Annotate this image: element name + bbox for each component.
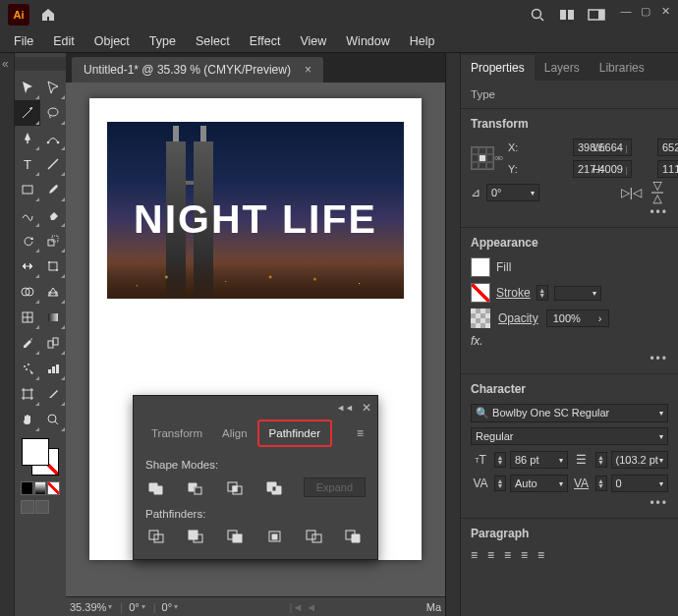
workspace-icon[interactable]	[584, 2, 609, 28]
divide-button[interactable]	[145, 526, 169, 547]
eraser-tool[interactable]	[40, 202, 66, 228]
merge-button[interactable]	[224, 526, 248, 547]
placed-image[interactable]: NIGHT LIFE	[107, 122, 404, 299]
intersect-button[interactable]	[224, 476, 248, 498]
color-mode-icon[interactable]	[21, 481, 33, 495]
opacity-input[interactable]: 100%›	[546, 309, 609, 327]
column-graph-tool[interactable]	[40, 356, 66, 381]
trim-button[interactable]	[185, 526, 208, 547]
tab-layers[interactable]: Layers	[535, 55, 590, 81]
flip-vertical-icon[interactable]: ▷|◁	[650, 182, 664, 202]
pen-tool[interactable]	[15, 126, 40, 151]
magic-wand-tool[interactable]	[15, 100, 40, 126]
expand-button[interactable]: Expand	[304, 477, 366, 497]
close-window-button[interactable]: ✕	[656, 4, 674, 18]
shaper-tool[interactable]	[15, 202, 40, 228]
tracking-spinner[interactable]: ▲▼	[595, 476, 607, 491]
direct-selection-tool[interactable]	[40, 75, 66, 100]
menu-file[interactable]: File	[4, 32, 43, 50]
menu-help[interactable]: Help	[400, 32, 445, 50]
justify-left-icon[interactable]: ≡	[521, 548, 528, 562]
link-wh-icon[interactable]: ⚮	[494, 152, 504, 165]
hand-tool[interactable]	[15, 407, 40, 432]
font-size-input[interactable]: 86 pt▾	[510, 451, 568, 469]
tab-transform[interactable]: Transform	[141, 421, 212, 445]
outline-button[interactable]	[303, 526, 326, 547]
panel-collapse-strip[interactable]	[446, 53, 461, 616]
panel-menu-icon[interactable]: ≡	[351, 422, 369, 444]
menu-window[interactable]: Window	[336, 32, 399, 50]
mesh-tool[interactable]	[15, 305, 40, 330]
font-family-input[interactable]: 🔍 Bowlby One SC Regular▾	[471, 404, 668, 422]
exclude-button[interactable]	[263, 476, 287, 498]
menu-select[interactable]: Select	[186, 32, 240, 50]
close-tab-button[interactable]: ×	[305, 63, 311, 77]
symbol-sprayer-tool[interactable]	[15, 356, 40, 381]
artboard-nav[interactable]: |◄ ◄	[290, 601, 317, 613]
canvas[interactable]: NIGHT LIFE ◄◄ ✕ Transform Align Pathfind…	[66, 83, 445, 596]
maximize-button[interactable]: ▢	[637, 4, 654, 18]
scale-tool[interactable]	[40, 228, 66, 253]
font-style-input[interactable]: Regular▾	[471, 427, 668, 445]
menu-edit[interactable]: Edit	[43, 32, 85, 50]
zoom-tool[interactable]	[40, 407, 66, 432]
crop-button[interactable]	[263, 526, 287, 547]
fx-label[interactable]: fx.	[471, 334, 483, 348]
minimize-button[interactable]: —	[617, 4, 635, 18]
kerning-input[interactable]: Auto▾	[510, 475, 568, 492]
gradient-tool[interactable]	[40, 305, 66, 330]
zoom-field[interactable]: 35.39%▾	[70, 601, 114, 613]
selection-tool[interactable]	[15, 75, 40, 100]
stroke-weight-input[interactable]: ▾	[554, 286, 601, 301]
fill-swatch[interactable]	[471, 257, 490, 277]
paintbrush-tool[interactable]	[40, 177, 66, 202]
align-left-icon[interactable]: ≡	[471, 548, 478, 562]
transform-more-icon[interactable]: •••	[471, 201, 668, 219]
rotate-field[interactable]: 0°▾	[129, 601, 147, 613]
free-transform-tool[interactable]	[40, 253, 66, 279]
leading-input[interactable]: (103.2 pt▾	[611, 451, 669, 469]
tracking-input[interactable]: 0▾	[611, 475, 669, 492]
none-mode-icon[interactable]	[47, 481, 60, 495]
line-tool[interactable]	[40, 151, 66, 177]
width-tool[interactable]	[15, 253, 40, 279]
menu-type[interactable]: Type	[140, 32, 186, 50]
other-field[interactable]: 0°▾	[162, 601, 181, 613]
tab-libraries[interactable]: Libraries	[590, 55, 654, 81]
curvature-tool[interactable]	[40, 126, 66, 151]
fill-stroke-swatch[interactable]	[22, 438, 59, 476]
stroke-swatch[interactable]	[471, 283, 490, 303]
kerning-spinner[interactable]: ▲▼	[494, 476, 506, 491]
panel-close-icon[interactable]: ✕	[362, 401, 371, 415]
leading-spinner[interactable]: ▲▼	[595, 452, 607, 468]
artboard-tool[interactable]	[15, 381, 40, 407]
minus-front-button[interactable]	[185, 476, 208, 498]
stroke-weight-spinner[interactable]: ▲▼	[537, 285, 548, 301]
artwork-text[interactable]: NIGHT LIFE	[107, 196, 404, 243]
slice-tool[interactable]	[40, 381, 66, 407]
appearance-more-icon[interactable]: •••	[471, 348, 668, 365]
document-tab[interactable]: Untitled-1* @ 35.39 % (CMYK/Preview) ×	[72, 57, 323, 83]
menu-effect[interactable]: Effect	[240, 32, 291, 50]
minus-back-button[interactable]	[342, 526, 366, 547]
gradient-mode-icon[interactable]	[34, 481, 47, 495]
align-center-icon[interactable]: ≡	[487, 548, 494, 562]
home-icon[interactable]	[35, 2, 61, 28]
tab-align[interactable]: Align	[212, 421, 257, 445]
arrange-icon[interactable]	[554, 2, 580, 28]
lasso-tool[interactable]	[40, 100, 66, 126]
angle-input[interactable]: 0°▾	[486, 184, 539, 201]
panel-collapse-icon[interactable]: ◄◄	[336, 403, 354, 413]
blend-tool[interactable]	[40, 330, 66, 356]
type-tool[interactable]: T	[15, 151, 40, 177]
tab-properties[interactable]: Properties	[461, 55, 535, 81]
menu-view[interactable]: View	[290, 32, 336, 50]
eyedropper-tool[interactable]	[15, 330, 40, 356]
search-icon[interactable]	[525, 2, 550, 28]
align-right-icon[interactable]: ≡	[504, 548, 511, 562]
tab-pathfinder[interactable]: Pathfinder	[257, 420, 332, 447]
flip-horizontal-icon[interactable]: ▷|◁	[621, 186, 642, 199]
reference-point-icon[interactable]	[471, 146, 494, 170]
size-spinner[interactable]: ▲▼	[494, 452, 506, 468]
menu-object[interactable]: Object	[85, 32, 140, 50]
